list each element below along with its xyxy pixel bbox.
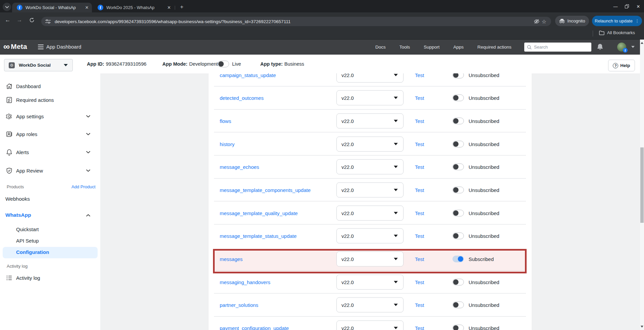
- url-bar[interactable]: developers.facebook.com/apps/99362473931…: [41, 17, 551, 26]
- new-tab-button[interactable]: +: [178, 3, 186, 11]
- all-bookmarks-button[interactable]: All Bookmarks: [599, 30, 635, 35]
- window-close-button[interactable]: ✕: [634, 2, 643, 11]
- header-search[interactable]: [524, 43, 591, 52]
- test-link[interactable]: Test: [415, 325, 424, 330]
- subscribe-toggle[interactable]: [452, 73, 464, 78]
- version-dropdown[interactable]: v22.0: [336, 251, 404, 266]
- url-text[interactable]: developers.facebook.com/apps/99362473931…: [55, 19, 533, 24]
- version-dropdown[interactable]: v22.0: [336, 136, 404, 151]
- meta-logo[interactable]: ∞ Meta: [3, 42, 27, 51]
- test-link[interactable]: Test: [415, 210, 424, 216]
- sidebar-item-app-roles[interactable]: App roles: [0, 127, 100, 141]
- version-dropdown[interactable]: v22.0: [336, 113, 404, 128]
- sidebar-item-required-actions[interactable]: Required actions: [0, 93, 100, 107]
- header-nav-required-actions[interactable]: Required actions: [477, 45, 511, 50]
- header-nav-apps[interactable]: Apps: [453, 45, 464, 50]
- field-name-link[interactable]: message_template_components_update: [220, 187, 311, 193]
- subscribe-toggle[interactable]: [452, 325, 464, 330]
- subscribe-toggle[interactable]: [452, 210, 464, 216]
- version-dropdown[interactable]: v22.0: [336, 182, 404, 197]
- test-link[interactable]: Test: [415, 141, 424, 147]
- test-link[interactable]: Test: [415, 118, 424, 124]
- help-button[interactable]: ? Help: [608, 60, 635, 71]
- browser-tab-inactive[interactable]: f WorkDo 2025 - WhatsAp ✕: [93, 3, 174, 12]
- scroll-up-arrow[interactable]: [640, 41, 644, 45]
- sidebar-item-configuration[interactable]: Configuration: [16, 249, 49, 255]
- window-restore-button[interactable]: [623, 2, 631, 11]
- field-name-link[interactable]: payment_configuration_update: [220, 325, 289, 330]
- back-button[interactable]: ←: [3, 16, 12, 24]
- version-dropdown[interactable]: v22.0: [336, 90, 404, 106]
- sidebar-item-alerts[interactable]: Alerts: [0, 145, 100, 159]
- header-nav-support[interactable]: Support: [424, 45, 439, 50]
- field-name-link[interactable]: campaign_status_update: [220, 73, 276, 78]
- test-link[interactable]: Test: [415, 233, 424, 239]
- version-dropdown[interactable]: v22.0: [336, 298, 404, 313]
- test-link[interactable]: Test: [415, 187, 424, 193]
- version-dropdown[interactable]: v22.0: [336, 159, 404, 175]
- sidebar-item-webhooks[interactable]: Webhooks: [5, 196, 30, 202]
- window-minimize-button[interactable]: —: [611, 2, 620, 11]
- profile-chevron-icon[interactable]: [631, 46, 635, 48]
- scroll-down-arrow[interactable]: [640, 324, 644, 329]
- sidebar-item-app-review[interactable]: App Review: [0, 164, 100, 177]
- sidebar-item-quickstart[interactable]: Quickstart: [16, 226, 39, 232]
- subscribe-toggle[interactable]: [452, 118, 464, 124]
- subscribe-toggle[interactable]: [452, 94, 464, 101]
- header-nav-docs[interactable]: Docs: [375, 45, 386, 50]
- eye-off-icon[interactable]: [533, 18, 540, 25]
- version-dropdown[interactable]: v22.0: [336, 274, 404, 289]
- field-name-link[interactable]: messaging_handovers: [220, 279, 270, 285]
- chevron-up-icon[interactable]: [86, 214, 91, 217]
- field-name-link[interactable]: partner_solutions: [220, 302, 258, 308]
- subscribe-toggle[interactable]: [452, 279, 464, 285]
- field-name-link[interactable]: messages: [220, 256, 243, 262]
- test-link[interactable]: Test: [415, 95, 424, 101]
- field-name-link[interactable]: flows: [220, 118, 231, 124]
- version-dropdown[interactable]: v22.0: [336, 228, 404, 244]
- sidebar-item-activity-log[interactable]: Activity log: [0, 271, 100, 284]
- subscribe-toggle[interactable]: [452, 256, 464, 262]
- header-nav-tools[interactable]: Tools: [399, 45, 410, 50]
- add-product-link[interactable]: Add Product: [71, 184, 96, 189]
- bookmark-star-icon[interactable]: ☆: [540, 18, 548, 25]
- forward-button[interactable]: →: [15, 16, 24, 24]
- sidebar-item-app-settings[interactable]: App settings: [0, 110, 100, 123]
- hamburger-menu-icon[interactable]: [38, 45, 44, 49]
- tab-search-button[interactable]: [3, 3, 11, 11]
- sidebar-item-whatsapp[interactable]: WhatsApp: [5, 212, 31, 218]
- sidebar-item-dashboard[interactable]: Dashboard: [0, 79, 100, 93]
- site-settings-icon[interactable]: [45, 19, 51, 24]
- app-selector[interactable]: ⚙ WorkDo Social: [4, 59, 73, 71]
- test-link[interactable]: Test: [415, 302, 424, 308]
- subscribe-toggle[interactable]: [452, 187, 464, 193]
- app-dashboard-title[interactable]: App Dashboard: [46, 44, 81, 50]
- version-dropdown[interactable]: v22.0: [336, 205, 404, 220]
- avatar[interactable]: f: [617, 43, 626, 52]
- search-input[interactable]: [534, 45, 584, 50]
- subscribe-toggle[interactable]: [452, 233, 464, 239]
- notifications-button[interactable]: [596, 43, 604, 51]
- browser-menu-icon[interactable]: ⋮: [635, 18, 639, 23]
- subscribe-toggle[interactable]: [452, 302, 464, 308]
- browser-tab-active[interactable]: f WorkDo Social - WhatsAp ✕: [12, 3, 92, 12]
- field-name-link[interactable]: history: [220, 141, 234, 147]
- test-link[interactable]: Test: [415, 256, 424, 262]
- test-link[interactable]: Test: [415, 73, 424, 78]
- sidebar-item-api-setup[interactable]: API Setup: [16, 238, 39, 244]
- subscribe-toggle[interactable]: [452, 163, 464, 170]
- relaunch-to-update-button[interactable]: Relaunch to update ⋮: [592, 16, 642, 26]
- tab-close-icon[interactable]: ✕: [84, 5, 90, 11]
- field-name-link[interactable]: message_template_status_update: [220, 233, 297, 239]
- field-name-link[interactable]: message_echoes: [220, 164, 259, 170]
- subscribe-toggle[interactable]: [452, 141, 464, 147]
- scrollbar-thumb[interactable]: [640, 147, 644, 223]
- reload-button[interactable]: [28, 16, 36, 24]
- field-name-link[interactable]: detected_outcomes: [220, 95, 264, 101]
- field-name-link[interactable]: message_template_quality_update: [220, 210, 298, 216]
- version-dropdown[interactable]: v22.0: [336, 320, 404, 330]
- version-dropdown[interactable]: v22.0: [336, 73, 404, 82]
- test-link[interactable]: Test: [415, 164, 424, 170]
- test-link[interactable]: Test: [415, 279, 424, 285]
- app-mode-toggle[interactable]: [218, 61, 229, 67]
